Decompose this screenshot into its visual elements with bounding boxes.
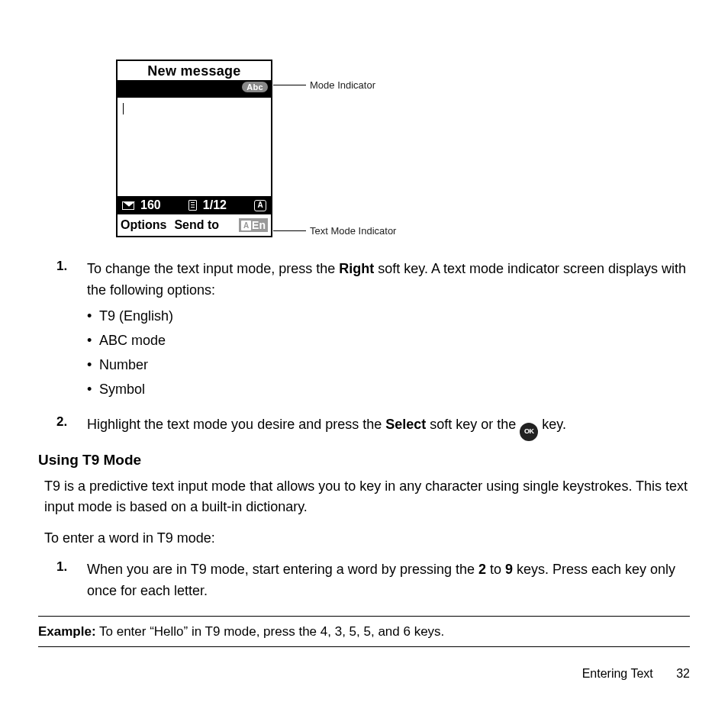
example-text: To enter “Hello” in T9 mode, press the 4… [96,624,445,639]
text-mode-lang: En [252,219,266,231]
phone-frame: New message Abc 160 1/12 A Op [116,60,272,237]
phone-mode-bar: Abc [118,80,271,97]
list-item: 2. Highlight the text mode you desire an… [56,414,690,441]
step-number: 2. [56,414,87,441]
list-item: 1. To change the text input mode, press … [56,259,690,404]
page-count: 1/12 [203,198,227,212]
instruction-list-b: 1. When you are in T9 mode, start enteri… [56,559,690,602]
step-body: When you are in T9 mode, start entering … [87,559,690,602]
softkey-sendto: Send to [174,218,219,232]
ok-key-icon: OK [520,423,538,441]
phone-status-bar: 160 1/12 A [118,196,271,214]
list-item: T9 (English) [87,306,690,327]
step-body: Highlight the text mode you desire and p… [87,414,690,441]
list-item: Symbol [87,379,690,400]
paragraph: To enter a word in T9 mode: [44,528,690,549]
page-footer: Entering Text 32 [582,667,690,681]
example-callout: Example: To enter “Hello” in T9 mode, pr… [38,616,690,648]
message-input-area [118,97,271,196]
callout-line [273,230,306,231]
callout-line [273,85,306,85]
step-number: 1. [56,559,87,602]
example-label: Example: [38,624,96,639]
section-heading-t9: Using T9 Mode [38,452,690,469]
phone-title: New message [118,61,271,80]
text-cursor-icon [123,103,124,114]
phone-screenshot: New message Abc 160 1/12 A Op [116,60,690,237]
caps-indicator-icon: A [254,200,266,211]
instruction-list-a: 1. To change the text input mode, press … [56,259,690,441]
callout-text-mode-indicator: Text Mode Indicator [310,225,396,237]
footer-page-number: 32 [676,667,690,680]
softkey-options: Options [121,218,166,232]
paragraph: T9 is a predictive text input mode that … [44,476,690,517]
list-item: ABC mode [87,330,690,351]
list-item: 1. When you are in T9 mode, start enteri… [56,559,690,602]
text-mode-a: A [241,221,251,230]
mode-indicator-badge: Abc [242,82,268,92]
softkey-bar: Options Send to A En [118,214,271,236]
options-bullet-list: T9 (English) ABC mode Number Symbol [87,306,690,400]
step-body: To change the text input mode, press the… [87,259,690,404]
text-mode-indicator-badge: A En [239,218,268,232]
step-number: 1. [56,259,87,404]
char-count: 160 [140,198,161,212]
envelope-icon [122,201,134,210]
list-item: Number [87,355,690,375]
page-icon [188,200,197,211]
footer-section: Entering Text [582,667,653,680]
callout-mode-indicator: Mode Indicator [310,79,375,91]
